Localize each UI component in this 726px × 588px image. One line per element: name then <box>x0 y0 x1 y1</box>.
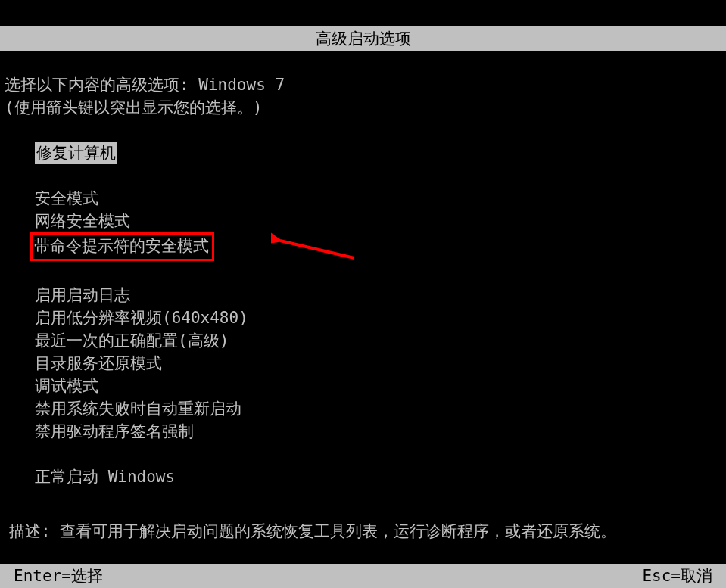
option-repair-computer[interactable]: 修复计算机 <box>35 142 117 164</box>
description-text: 查看可用于解决启动问题的系统恢复工具列表，运行诊断程序，或者还原系统。 <box>60 522 616 540</box>
footer-enter-hint: Enter=选择 <box>14 565 103 586</box>
annotation-highlight-box: 带命令提示符的安全模式 <box>30 232 214 261</box>
option-disable-driver-sig[interactable]: 禁用驱动程序签名强制 <box>35 420 194 443</box>
option-disable-auto-restart[interactable]: 禁用系统失败时自动重新启动 <box>35 397 241 420</box>
description-area: 描述: 查看可用于解决启动问题的系统恢复工具列表，运行诊断程序，或者还原系统。 <box>5 520 721 543</box>
option-enable-boot-log[interactable]: 启用启动日志 <box>35 284 130 306</box>
option-debug-mode[interactable]: 调试模式 <box>35 375 98 397</box>
footer-bar: Enter=选择 Esc=取消 <box>0 564 726 588</box>
page-title: 高级启动选项 <box>316 30 411 48</box>
boot-options-menu[interactable]: 修复计算机 安全模式 网络安全模式 带命令提示符的安全模式 启用启动日志 启用低… <box>5 142 721 488</box>
option-last-known-good[interactable]: 最近一次的正确配置(高级) <box>35 329 229 352</box>
footer-esc-hint: Esc=取消 <box>642 565 712 586</box>
option-low-res-video[interactable]: 启用低分辨率视频(640x480) <box>35 306 248 329</box>
option-start-windows-normally[interactable]: 正常启动 Windows <box>35 465 175 488</box>
option-safe-mode-networking[interactable]: 网络安全模式 <box>35 210 130 232</box>
content-area: 选择以下内容的高级选项: Windows 7 (使用箭头键以突出显示您的选择。)… <box>0 51 726 543</box>
option-safe-mode-cmd[interactable]: 带命令提示符的安全模式 <box>34 235 209 257</box>
instruction-line-2: (使用箭头键以突出显示您的选择。) <box>5 96 721 119</box>
instruction-line-1: 选择以下内容的高级选项: Windows 7 <box>5 73 721 96</box>
option-directory-services-restore[interactable]: 目录服务还原模式 <box>35 352 162 375</box>
option-safe-mode[interactable]: 安全模式 <box>35 187 98 210</box>
description-label: 描述: <box>9 522 51 540</box>
title-bar: 高级启动选项 <box>0 26 726 51</box>
